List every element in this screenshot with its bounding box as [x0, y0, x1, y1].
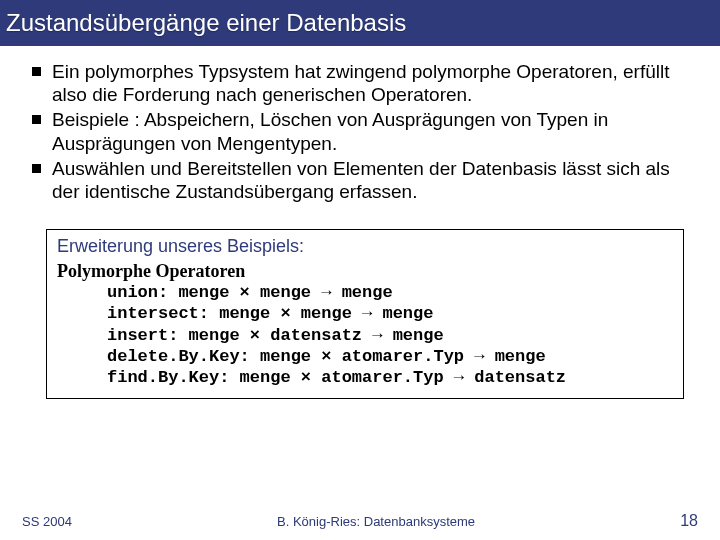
- box-title: Erweiterung unseres Beispiels:: [57, 236, 673, 257]
- ops-heading: Polymorphe Operatoren: [57, 261, 673, 282]
- bullet-list: Ein polymorphes Typsystem hat zwingend p…: [32, 60, 698, 203]
- ops-list: union: menge × menge → menge intersect: …: [57, 282, 673, 388]
- footer-left: SS 2004: [22, 514, 72, 529]
- title-band: Zustandsübergänge einer Datenbasis: [0, 0, 720, 46]
- footer-center: B. König-Ries: Datenbanksysteme: [277, 514, 475, 529]
- footer-page: 18: [680, 512, 698, 530]
- footer: SS 2004 B. König-Ries: Datenbanksysteme …: [0, 512, 720, 530]
- example-box: Erweiterung unseres Beispiels: Polymorph…: [46, 229, 684, 399]
- slide-body: Ein polymorphes Typsystem hat zwingend p…: [0, 46, 720, 540]
- slide: Zustandsübergänge einer Datenbasis Ein p…: [0, 0, 720, 540]
- bullet-item: Beispiele : Abspeichern, Löschen von Aus…: [32, 108, 698, 154]
- bullet-item: Ein polymorphes Typsystem hat zwingend p…: [32, 60, 698, 106]
- bullet-item: Auswählen und Bereitstellen von Elemente…: [32, 157, 698, 203]
- slide-title: Zustandsübergänge einer Datenbasis: [6, 9, 406, 37]
